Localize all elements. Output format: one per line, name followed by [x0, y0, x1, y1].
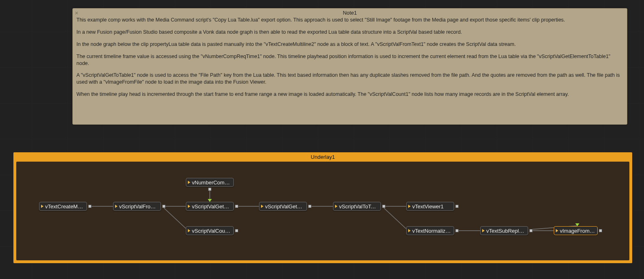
input-triangle-icon [408, 205, 411, 208]
node-label: vTextCreateMultili... [45, 203, 84, 210]
input-triangle-icon [188, 205, 190, 208]
underlay-group[interactable]: Underlay1 [13, 152, 632, 263]
output-port-icon[interactable] [88, 205, 91, 208]
output-port-icon[interactable] [529, 229, 533, 232]
node-label: vScriptValToText1 [339, 203, 378, 210]
input-triangle-icon [41, 205, 44, 208]
node-label: vScriptValCount1 [192, 228, 231, 234]
node-label: vImageFromFile1 [560, 228, 595, 234]
node-label: vTextViewer1 [412, 203, 451, 210]
top-input-icon[interactable] [575, 223, 579, 226]
note-paragraph: The current timeline frame value is acce… [76, 53, 624, 67]
input-triangle-icon [556, 229, 558, 232]
node-vscriptvalfromtext[interactable]: vScriptValFromText1 [113, 202, 161, 211]
output-port-icon[interactable] [599, 229, 602, 232]
note-paragraph: When the timeline play head is increment… [76, 91, 624, 98]
node-vnumbercompreqtime[interactable]: vNumberCompReq... [186, 178, 234, 187]
node-label: vScriptValGetElem... [192, 203, 231, 210]
input-triangle-icon [408, 229, 411, 232]
note-paragraph: In a new Fusion page/Fusion Studio based… [76, 29, 624, 36]
output-port-icon[interactable] [455, 205, 459, 208]
node-vscriptvaltotext[interactable]: vScriptValToText1 [333, 202, 381, 211]
node-vscriptvalgettotable[interactable]: vScriptValGetToTa... [259, 202, 307, 211]
input-triangle-icon [335, 205, 337, 208]
top-input-icon[interactable] [208, 199, 212, 202]
underlay-inner [16, 162, 629, 260]
node-vimagefromfile[interactable]: vImageFromFile1 [554, 226, 598, 235]
input-triangle-icon [115, 205, 117, 208]
output-port-icon[interactable] [208, 188, 211, 191]
output-port-icon[interactable] [235, 205, 238, 208]
output-port-icon[interactable] [162, 205, 165, 208]
input-triangle-icon [188, 229, 190, 232]
output-port-icon[interactable] [308, 205, 311, 208]
output-port-icon[interactable] [382, 205, 385, 208]
output-port-icon[interactable] [235, 229, 238, 232]
node-label: vScriptValFromText1 [119, 203, 158, 210]
node-vtextnormalizeslashes[interactable]: vTextNormalizeSla... [406, 226, 454, 235]
node-label: vTextSubReplace1 [486, 228, 525, 234]
node-label: vScriptValGetToTa... [265, 203, 304, 210]
note-paragraph: This example comp works with the Media C… [76, 17, 624, 24]
output-port-icon[interactable] [455, 229, 459, 232]
input-triangle-icon [482, 229, 485, 232]
close-icon[interactable]: × [75, 10, 78, 16]
node-vtextsubreplace[interactable]: vTextSubReplace1 [480, 226, 528, 235]
node-vscriptvalgetelement[interactable]: vScriptValGetElem... [186, 202, 234, 211]
node-vtextcreatemultiline[interactable]: vTextCreateMultili... [39, 202, 87, 211]
node-vscriptvalcount[interactable]: vScriptValCount1 [186, 226, 234, 235]
note-panel[interactable]: × Note1 This example comp works with the… [72, 8, 627, 125]
underlay-title: Underlay1 [13, 152, 632, 162]
note-paragraph: In the node graph below the clip propert… [76, 41, 624, 48]
note-body: This example comp works with the Media C… [76, 16, 624, 98]
input-triangle-icon [188, 181, 190, 184]
node-label: vNumberCompReq... [192, 180, 231, 186]
input-triangle-icon [261, 205, 263, 208]
node-vtextviewer[interactable]: vTextViewer1 [406, 202, 454, 211]
note-paragraph: A "vScriptValGetToTable1" node is used t… [76, 72, 624, 86]
node-label: vTextNormalizeSla... [412, 228, 451, 234]
note-title: Note1 [76, 9, 624, 16]
